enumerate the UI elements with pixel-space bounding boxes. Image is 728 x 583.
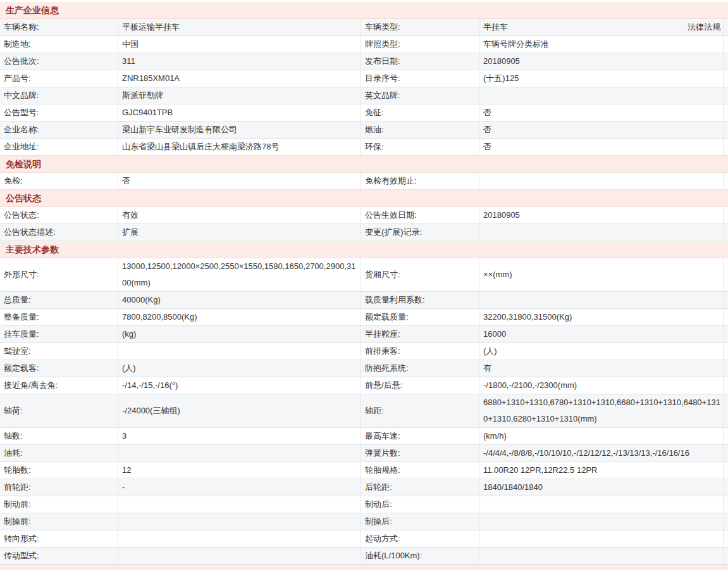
field-label: 前轮距: — [0, 479, 118, 496]
table-row: 挂车质量:(kg)半挂鞍座:16000 — [0, 326, 728, 343]
field-value: 20180905 — [479, 207, 724, 223]
table-row: 油耗:弹簧片数:-/4/4/4,-/8/8/8,-/10/10/10,-/12/… — [0, 445, 728, 462]
table-row: 企业地址:山东省梁山县梁山镇后庄大桥南梁济路78号环保:否 — [0, 139, 728, 156]
field-value: 20180905 — [479, 53, 724, 70]
field-label-text: 发布日期: — [365, 53, 400, 70]
field-value: 32200,31800,31500(Kg) — [479, 309, 724, 325]
field-value: 山东省梁山县梁山镇后庄大桥南梁济路78号 — [118, 139, 361, 155]
field-label-text: 轮胎数: — [4, 462, 31, 479]
field-label: 整备质量: — [0, 309, 118, 325]
field-value-text: 1840/1840/1840 — [483, 479, 543, 496]
field-label: 起动方式: — [361, 530, 479, 547]
field-label: 免检有效期止: — [361, 173, 479, 189]
field-label-text: 制动后: — [365, 496, 392, 513]
field-label: 传动型式: — [0, 548, 118, 564]
row-filler — [724, 548, 728, 564]
field-label-text: 传动型式: — [4, 548, 39, 564]
row-filler — [724, 87, 728, 104]
field-label: 轴距: — [361, 394, 479, 427]
field-value-text: 中国 — [122, 36, 139, 53]
table-row: 轴数:3最高车速:(km/h) — [0, 428, 728, 445]
field-value-text: 梁山新宇车业研发制造有限公司 — [122, 122, 237, 138]
field-label: 防抱死系统: — [361, 360, 479, 377]
field-value-text: 斯派菲勒牌 — [122, 87, 163, 104]
field-label-text: 前排乘客: — [365, 343, 400, 360]
field-label: 额定载客: — [0, 360, 118, 377]
field-value: -/14,-/15,-/16(°) — [118, 377, 361, 394]
field-value: 3 — [118, 428, 361, 444]
field-label-text: 免征: — [365, 104, 384, 121]
field-label: 轴荷: — [0, 394, 118, 427]
field-label: 外形尺寸: — [0, 258, 118, 291]
row-filler — [724, 445, 728, 461]
field-label: 燃油: — [361, 122, 479, 138]
field-value-text: 否 — [483, 104, 491, 121]
row-filler — [724, 343, 728, 360]
field-label: 制操后: — [361, 513, 479, 530]
field-label: 载质量利用系数: — [361, 292, 479, 308]
table-row: 总质量:40000(Kg)载质量利用系数: — [0, 292, 728, 309]
field-label-text: 防抱死系统: — [365, 360, 409, 377]
field-value: 40000(Kg) — [118, 292, 361, 308]
field-label: 油耗: — [0, 445, 118, 461]
field-label-text: 弹簧片数: — [365, 445, 400, 461]
field-label-text: 轮胎规格: — [365, 462, 400, 479]
row-filler — [724, 479, 728, 496]
field-value — [479, 224, 724, 241]
table-row: 轴荷:-/24000(三轴组)轴距:6880+1310+1310,6780+13… — [0, 394, 728, 428]
field-value: 16000 — [479, 326, 724, 342]
field-label: 环保: — [361, 139, 479, 155]
field-label-text: 挂车质量: — [4, 326, 39, 342]
field-label-text: 轴数: — [4, 428, 23, 444]
laws-regulations-link[interactable]: 法律法规 — [688, 19, 720, 35]
field-label: 企业名称: — [0, 122, 118, 138]
field-label: 前排乘客: — [361, 343, 479, 360]
row-filler — [724, 513, 728, 530]
field-label: 免检: — [0, 173, 118, 189]
field-label: 弹簧片数: — [361, 445, 479, 461]
field-label: 制动前: — [0, 496, 118, 513]
table-row: 传动型式:油耗(L/100Km): — [0, 548, 728, 565]
field-label-text: 整备质量: — [4, 309, 39, 325]
field-label-text: 油耗(L/100Km): — [365, 548, 422, 564]
table-row: 制造地:中国牌照类型:车辆号牌分类标准 — [0, 36, 728, 53]
field-value-text: 半挂车 — [483, 19, 508, 35]
field-label-text: 公告状态: — [4, 207, 39, 223]
table-row: 公告状态:有效公告生效日期:20180905 — [0, 207, 728, 224]
field-value — [118, 496, 361, 513]
field-label: 车辆名称: — [0, 19, 118, 35]
field-value-text: 6880+1310+1310,6780+1310+1310,6680+1310+… — [483, 394, 720, 427]
row-filler — [724, 224, 728, 241]
field-label: 公告生效日期: — [361, 207, 479, 223]
field-value-text: GJC9401TPB — [122, 104, 173, 121]
field-value: 平板运输半挂车 — [118, 19, 361, 35]
field-value-text: 有 — [483, 360, 491, 377]
row-filler — [724, 19, 728, 35]
field-label-text: 目录序号: — [365, 70, 400, 87]
field-value-text: 32200,31800,31500(Kg) — [483, 309, 572, 325]
field-label: 总质量: — [0, 292, 118, 308]
field-label-text: 载质量利用系数: — [365, 292, 425, 308]
field-value-text: ZNR185XM01A — [122, 70, 180, 87]
row-filler — [724, 70, 728, 87]
field-label-text: 前悬/后悬: — [365, 377, 402, 394]
field-value-text: - — [122, 479, 125, 496]
field-label-text: 接近角/离去角: — [4, 377, 58, 394]
field-label-text: 车辆类型: — [365, 19, 400, 35]
section-header: 主要技术参数 — [0, 241, 728, 258]
field-value-text: 11.00R20 12PR,12R22.5 12PR — [483, 462, 597, 479]
field-value-text: 否 — [122, 173, 130, 189]
field-value-text: -/14,-/15,-/16(°) — [122, 377, 178, 394]
row-filler — [724, 207, 728, 223]
field-value — [118, 343, 361, 360]
field-label-text: 企业地址: — [4, 139, 39, 155]
field-label: 转向形式: — [0, 530, 118, 547]
field-label-text: 制操前: — [4, 513, 31, 530]
table-row: 制操前:制操后: — [0, 513, 728, 530]
field-label-text: 外形尺寸: — [4, 266, 39, 283]
table-row: 制动前:制动后: — [0, 496, 728, 513]
field-value: - — [118, 479, 361, 496]
field-label: 货厢尺寸: — [361, 258, 479, 291]
field-value: 车辆号牌分类标准 — [479, 36, 724, 53]
field-value-text: 3 — [122, 428, 126, 444]
